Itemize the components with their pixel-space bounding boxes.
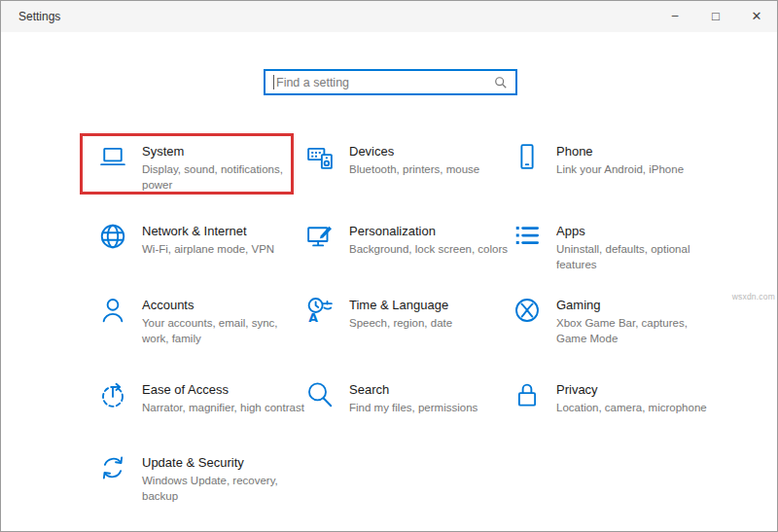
app-list-icon <box>513 222 544 253</box>
tile-desc: Your accounts, email, sync, work, family <box>142 316 305 346</box>
tile-desc: Background, lock screen, colors <box>349 242 508 258</box>
maximize-button[interactable]: □ <box>695 1 736 30</box>
tile-title: Accounts <box>142 298 305 312</box>
tile-title: Gaming <box>556 298 720 312</box>
settings-window: Settings – □ ✕ Find a setting <box>0 0 778 532</box>
tile-desc: Uninstall, defaults, optional features <box>556 242 720 272</box>
tile-devices[interactable]: Devices Bluetooth, printers, mouse <box>305 142 513 222</box>
titlebar: Settings – □ ✕ <box>1 1 777 32</box>
tile-title: Devices <box>349 144 479 159</box>
tile-search[interactable]: Search Find my files, permissions <box>305 380 513 453</box>
devices-icon <box>305 142 336 173</box>
lock-icon <box>513 380 544 411</box>
window-controls: – □ ✕ <box>654 1 777 30</box>
tile-desc: Speech, region, date <box>349 316 452 332</box>
maximize-icon: □ <box>712 9 720 23</box>
tile-accounts[interactable]: Accounts Your accounts, email, sync, wor… <box>98 296 305 380</box>
text-caret <box>273 75 274 89</box>
close-button[interactable]: ✕ <box>736 1 777 30</box>
tile-system[interactable]: System Display, sound, notifications, po… <box>98 142 305 222</box>
svg-text:A: A <box>308 310 318 325</box>
magnifier-icon <box>305 380 336 411</box>
window-title: Settings <box>18 10 60 23</box>
tile-ease-of-access[interactable]: Ease of Access Narrator, magnifier, high… <box>98 380 305 453</box>
tile-title: Phone <box>556 144 684 159</box>
refresh-arrows-icon <box>98 453 129 484</box>
search-icon[interactable] <box>494 76 508 89</box>
close-icon: ✕ <box>752 9 762 23</box>
tile-desc: Xbox Game Bar, captures, Game Mode <box>556 316 720 346</box>
tile-title: Search <box>349 382 477 397</box>
minimize-icon: – <box>672 9 679 22</box>
tile-desc: Link your Android, iPhone <box>556 162 684 178</box>
tile-gaming[interactable]: Gaming Xbox Game Bar, captures, Game Mod… <box>513 296 720 380</box>
tile-desc: Windows Update, recovery, backup <box>142 474 305 504</box>
ease-of-access-icon <box>98 380 129 411</box>
clock-language-icon: A <box>305 296 336 327</box>
tile-desc: Display, sound, notifications, power <box>142 162 305 193</box>
tile-personalization[interactable]: Personalization Background, lock screen,… <box>305 222 513 296</box>
tile-network[interactable]: Network & Internet Wi-Fi, airplane mode,… <box>98 222 305 296</box>
search-input[interactable]: Find a setting <box>264 69 517 95</box>
tile-update-security[interactable]: Update & Security Windows Update, recove… <box>98 453 305 531</box>
tile-desc: Wi-Fi, airplane mode, VPN <box>142 242 274 258</box>
search-placeholder: Find a setting <box>276 76 494 89</box>
tile-title: Privacy <box>556 382 707 397</box>
monitor-brush-icon <box>305 222 336 253</box>
tile-desc: Find my files, permissions <box>349 401 477 416</box>
tile-desc: Bluetooth, printers, mouse <box>349 162 479 178</box>
tile-title: Network & Internet <box>142 224 274 238</box>
tile-title: Apps <box>556 224 720 238</box>
person-icon <box>98 296 129 327</box>
phone-icon <box>513 142 544 173</box>
tile-time-language[interactable]: A Time & Language Speech, region, date <box>305 296 513 380</box>
tile-title: Time & Language <box>349 298 452 312</box>
tile-apps[interactable]: Apps Uninstall, defaults, optional featu… <box>513 222 720 296</box>
laptop-icon <box>98 142 129 173</box>
tile-title: Ease of Access <box>142 382 304 397</box>
tile-title: Personalization <box>349 224 508 238</box>
tile-title: Update & Security <box>142 455 305 470</box>
tile-privacy[interactable]: Privacy Location, camera, microphone <box>513 380 720 453</box>
settings-grid: System Display, sound, notifications, po… <box>98 142 720 531</box>
watermark: wsxdn.com <box>732 292 775 301</box>
xbox-icon <box>513 296 544 327</box>
tile-phone[interactable]: Phone Link your Android, iPhone <box>513 142 720 222</box>
minimize-button[interactable]: – <box>654 1 695 30</box>
globe-icon <box>98 222 129 253</box>
tile-desc: Location, camera, microphone <box>556 401 707 416</box>
tile-desc: Narrator, magnifier, high contrast <box>142 401 304 416</box>
tile-title: System <box>142 144 305 159</box>
